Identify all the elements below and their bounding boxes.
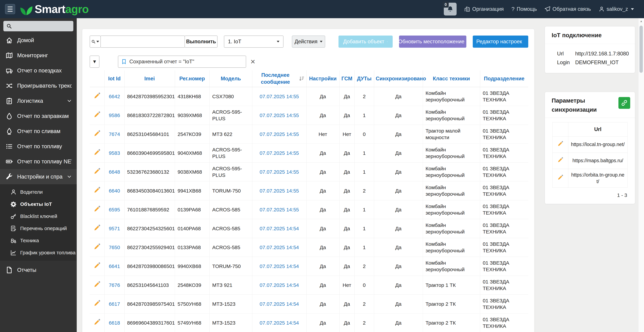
notifications-button[interactable]: 0	[444, 3, 456, 16]
column-header-settings[interactable]: Настройки	[306, 70, 339, 87]
edit-icon[interactable]	[557, 174, 564, 181]
clear-filter-button[interactable]: ×	[248, 57, 257, 66]
column-header-division[interactable]: Подразделение	[480, 70, 528, 87]
report-select[interactable]: 1. IoT	[224, 36, 284, 48]
table-row[interactable]: 6640868345030840136019941ХВ68TORUM-75007…	[90, 181, 528, 200]
sidebar-item-объекты-iot[interactable]: Объекты IoT	[0, 198, 77, 210]
edit-icon[interactable]	[94, 168, 100, 175]
organization-menu[interactable]: Организация	[464, 6, 504, 12]
sidebar-search[interactable]	[3, 21, 73, 31]
sidebar-item-настройки-и-справоч[interactable]: Настройки и справоч	[0, 169, 77, 184]
edit-icon[interactable]	[94, 262, 100, 269]
table-row[interactable]: 6617864287039859754015750УН68МТЗ-152307.…	[90, 294, 528, 313]
table-row[interactable]: 76768625310456411032548КО39МТЗ 92107.07.…	[90, 276, 528, 294]
table-row[interactable]: 65957610188768595920139РА68ACROS-58507.0…	[90, 200, 528, 219]
last-message-link[interactable]: 07.07.2025 14:54	[260, 245, 299, 250]
iot-id-link[interactable]: 9583	[109, 150, 120, 156]
sidebar-item-проигрыватель-треков[interactable]: Проигрыватель треков	[0, 78, 77, 93]
table-row[interactable]: 6618869696043893176015749УН68МТЗ-152307.…	[90, 313, 528, 332]
edit-icon[interactable]	[94, 243, 100, 250]
last-message-link[interactable]: 07.07.2025 14:54	[260, 226, 299, 231]
sidebar-item-мониторинг[interactable]: Мониторинг	[0, 48, 77, 63]
last-message-link[interactable]: 07.07.2025 14:55	[260, 188, 299, 194]
column-header-vehicle-class[interactable]: Класс техники	[423, 70, 480, 87]
last-message-link[interactable]: 07.07.2025 14:55	[260, 112, 299, 118]
last-message-link[interactable]: 07.07.2025 14:54	[260, 282, 299, 288]
sidebar-search-input[interactable]	[14, 23, 70, 29]
iot-id-link[interactable]: 6595	[109, 207, 120, 212]
column-header-last-message[interactable]: Последнее сообщение	[252, 70, 306, 87]
iot-id-link[interactable]: 6642	[109, 94, 120, 99]
column-header-synchronized[interactable]: Синхронизировано	[374, 70, 423, 87]
hamburger-menu-button[interactable]	[5, 4, 15, 14]
user-menu[interactable]: salikov_z	[599, 6, 634, 12]
column-header-model[interactable]: Модель	[210, 70, 252, 87]
edit-icon[interactable]	[94, 300, 100, 307]
table-row[interactable]: 6642864287039859523014318КН68CSX708007.0…	[90, 87, 528, 106]
sidebar-item-отчеты[interactable]: Отчеты	[0, 262, 77, 278]
sidebar-item-перечень-операций[interactable]: Перечень операций	[0, 222, 77, 234]
last-message-link[interactable]: 07.07.2025 14:55	[260, 207, 299, 212]
last-message-link[interactable]: 07.07.2025 14:55	[260, 131, 299, 137]
last-message-link[interactable]: 07.07.2025 14:55	[260, 150, 299, 156]
sidebar-item-отчет-по-топливу[interactable]: Отчет по топливу	[0, 139, 77, 154]
edit-icon[interactable]	[94, 318, 100, 325]
table-row[interactable]: 9583866039046995958019040ХМ68ACROS-595-P…	[90, 143, 528, 162]
column-header-imei[interactable]: Imei	[124, 70, 175, 87]
sidebar-item-отчет-по-заправкам[interactable]: Отчет по заправкам	[0, 108, 77, 124]
help-menu[interactable]: ? Помощь	[512, 6, 537, 12]
scrollbar-thumb[interactable]	[640, 26, 643, 73]
sidebar-item-blacklist-ключей[interactable]: Blacklist ключей	[0, 210, 77, 222]
saved-report-filter[interactable]: Сохраненный отчет = "IoT"	[118, 56, 246, 68]
sidebar-item-домой[interactable]: Домой	[0, 33, 77, 48]
table-row[interactable]: 9586868183037228728019039ХМ68ACROS-595-P…	[90, 106, 528, 125]
sort-icon[interactable]	[298, 76, 305, 82]
search-type-button[interactable]	[90, 36, 101, 48]
filter-dropdown-button[interactable]: ▼	[90, 56, 100, 68]
iot-id-link[interactable]: 7674	[109, 131, 120, 137]
settings-editor-button[interactable]: Редактор настроек	[473, 36, 528, 48]
feedback-menu[interactable]: Обратная связь	[544, 6, 591, 12]
last-message-link[interactable]: 07.07.2025 14:55	[260, 94, 299, 99]
edit-icon[interactable]	[94, 281, 100, 288]
edit-icon[interactable]	[557, 141, 564, 147]
sidebar-item-график-уровня-топлива[interactable]: График уровня топлива	[0, 247, 77, 259]
edit-icon[interactable]	[94, 130, 100, 137]
last-message-link[interactable]: 07.07.2025 14:55	[260, 169, 299, 175]
scroll-up-arrow[interactable]: ▲	[638, 18, 644, 24]
edit-icon[interactable]	[94, 187, 100, 194]
sidebar-item-техника[interactable]: Техника	[0, 234, 77, 247]
iot-id-link[interactable]: 6641	[109, 263, 120, 269]
update-location-button[interactable]: Обновить местоположение	[399, 36, 466, 48]
iot-id-link[interactable]: 7676	[109, 282, 120, 288]
edit-icon[interactable]	[557, 157, 564, 163]
iot-id-link[interactable]: 6617	[109, 301, 120, 307]
edit-icon[interactable]	[94, 92, 100, 99]
actions-button[interactable]: Действия	[292, 36, 325, 48]
table-row[interactable]: 66485323676236801329038ХМ68ACROS-595-PLU…	[90, 162, 528, 181]
vertical-scrollbar[interactable]: ▲	[638, 18, 644, 332]
last-message-link[interactable]: 07.07.2025 14:54	[260, 301, 299, 307]
edit-icon[interactable]	[94, 111, 100, 118]
table-row[interactable]: 7650862273042559294010133РА68ACROS-58507…	[90, 238, 528, 257]
column-header-gsm[interactable]: ГСМ	[339, 70, 354, 87]
add-object-button[interactable]: Добавить объект	[338, 36, 393, 48]
sync-link-button[interactable]	[618, 97, 630, 109]
column-header-iot-id[interactable]: Iot Id	[104, 70, 124, 87]
iot-id-link[interactable]: 6648	[109, 169, 120, 175]
table-row[interactable]: 9571862273042543256010140РА68ACROS-58507…	[90, 219, 528, 238]
edit-icon[interactable]	[94, 224, 100, 231]
table-row[interactable]: 6641864287039800865019940ХВ68TORUM-75007…	[90, 257, 528, 276]
edit-icon[interactable]	[94, 149, 100, 156]
iot-id-link[interactable]: 7650	[109, 245, 120, 250]
sidebar-item-отчет-по-топливу-new[interactable]: Отчет по топливу NEW	[0, 154, 77, 169]
sidebar-item-отчет-по-сливам[interactable]: Отчет по сливам	[0, 124, 77, 139]
iot-id-link[interactable]: 9571	[109, 226, 120, 231]
search-input[interactable]	[100, 36, 185, 48]
iot-id-link[interactable]: 9586	[109, 112, 120, 118]
execute-button[interactable]: Выполнить	[184, 36, 218, 48]
last-message-link[interactable]: 07.07.2025 14:54	[260, 320, 299, 325]
iot-id-link[interactable]: 6640	[109, 188, 120, 194]
last-message-link[interactable]: 07.07.2025 14:54	[260, 263, 299, 269]
sidebar-item-водители[interactable]: Водители	[0, 186, 77, 198]
